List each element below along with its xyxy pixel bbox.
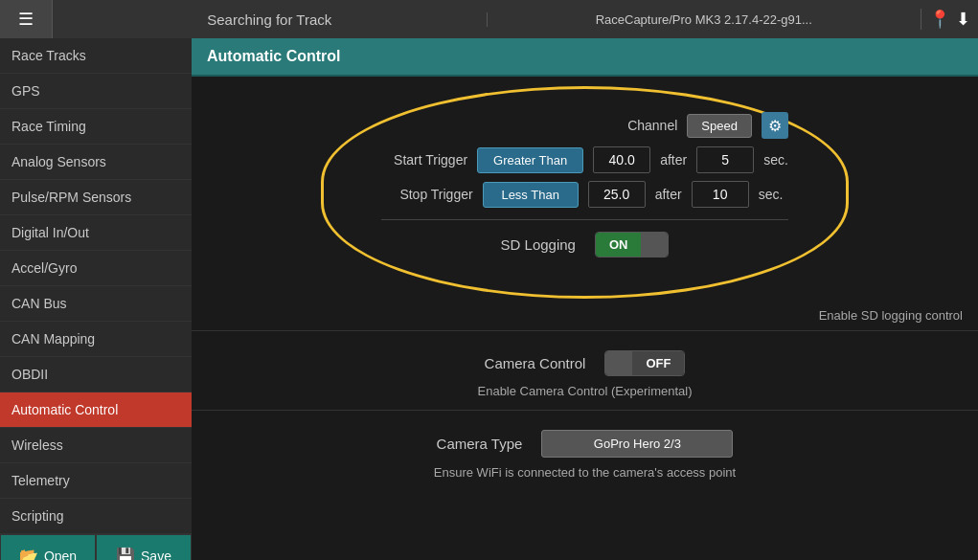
sd-logging-enable-text: Enable SD logging control (192, 308, 978, 323)
location-icon[interactable]: 📍 (929, 9, 950, 30)
stop-trigger-after-input[interactable] (692, 181, 749, 208)
start-trigger-label: Start Trigger (381, 152, 467, 168)
start-trigger-type-button[interactable]: Greater Than (477, 147, 583, 173)
stop-trigger-type-button[interactable]: Less Than (483, 182, 579, 208)
gear-icon: ⚙ (768, 117, 782, 135)
open-icon: 📂 (19, 547, 38, 560)
camera-control-toggle[interactable]: OFF (604, 350, 685, 376)
sd-logging-off[interactable] (641, 233, 668, 257)
sidebar: Race Tracks GPS Race Timing Analog Senso… (0, 38, 192, 560)
oval-highlight: Channel Speed ⚙ Start Trigger Greater Th… (321, 86, 849, 299)
automatic-control-panel: Channel Speed ⚙ Start Trigger Greater Th… (192, 77, 978, 510)
header-icons: 📍 ⬇ (921, 9, 978, 30)
camera-type-button[interactable]: GoPro Hero 2/3 (541, 430, 733, 458)
sidebar-item-analog-sensors[interactable]: Analog Sensors (0, 145, 192, 180)
download-icon[interactable]: ⬇ (956, 9, 970, 30)
sidebar-bottom-buttons: 📂 Open 💾 Save ⬆ Read ⬇ Write (0, 534, 192, 560)
stop-trigger-row: Stop Trigger Less Than after sec. (381, 181, 788, 208)
stop-trigger-after-label: after (655, 187, 682, 202)
camera-control-section: Camera Control OFF Enable Camera Control… (192, 330, 978, 410)
camera-control-on[interactable] (605, 351, 632, 375)
save-button[interactable]: 💾 Save (96, 534, 192, 560)
sidebar-item-automatic-control[interactable]: Automatic Control (0, 392, 192, 428)
sd-logging-row: SD Logging ON (381, 232, 788, 258)
sidebar-item-race-tracks[interactable]: Race Tracks (0, 38, 192, 74)
stop-trigger-label: Stop Trigger (387, 187, 473, 202)
gear-button[interactable]: ⚙ (762, 112, 788, 139)
sidebar-item-gps[interactable]: GPS (0, 74, 192, 109)
channel-label: Channel (627, 118, 677, 133)
sd-logging-on[interactable]: ON (596, 233, 642, 257)
camera-control-note: Enable Camera Control (Experimental) (207, 384, 963, 398)
camera-type-note: Ensure WiFi is connected to the camera's… (207, 465, 963, 480)
speed-button[interactable]: Speed (687, 114, 752, 138)
search-status: Searching for Track (53, 11, 487, 28)
sidebar-item-accel-gyro[interactable]: Accel/Gyro (0, 251, 192, 286)
camera-type-row: Camera Type GoPro Hero 2/3 (207, 430, 963, 458)
divider (381, 219, 788, 220)
start-trigger-after-label: after (660, 152, 687, 168)
start-trigger-after-input[interactable] (696, 146, 754, 173)
sidebar-item-wireless[interactable]: Wireless (0, 428, 192, 463)
header: ☰ Searching for Track RaceCapture/Pro MK… (0, 0, 978, 38)
main-content: Automatic Control Channel Speed ⚙ Star (192, 38, 978, 560)
sidebar-item-can-mapping[interactable]: CAN Mapping (0, 322, 192, 357)
open-button[interactable]: 📂 Open (0, 534, 96, 560)
sidebar-item-scripting[interactable]: Scripting (0, 499, 192, 534)
save-icon: 💾 (116, 547, 135, 560)
camera-control-off[interactable]: OFF (632, 351, 684, 375)
sidebar-item-pulse-rpm-sensors[interactable]: Pulse/RPM Sensors (0, 180, 192, 215)
sidebar-item-digital-in-out[interactable]: Digital In/Out (0, 215, 192, 251)
sidebar-item-race-timing[interactable]: Race Timing (0, 109, 192, 145)
stop-trigger-sec-label: sec. (759, 187, 784, 202)
stop-trigger-value-input[interactable] (588, 181, 646, 208)
start-trigger-sec-label: sec. (763, 152, 788, 168)
camera-type-section: Camera Type GoPro Hero 2/3 Ensure WiFi i… (192, 410, 978, 491)
sidebar-item-obdii[interactable]: OBDII (0, 357, 192, 392)
camera-type-label: Camera Type (437, 436, 523, 452)
menu-button[interactable]: ☰ (0, 0, 53, 38)
start-trigger-row: Start Trigger Greater Than after sec. (381, 146, 788, 173)
sidebar-item-can-bus[interactable]: CAN Bus (0, 286, 192, 322)
camera-control-label: Camera Control (485, 355, 586, 371)
oval-wrapper: Channel Speed ⚙ Start Trigger Greater Th… (192, 77, 978, 308)
sd-logging-label: SD Logging (501, 236, 576, 253)
hamburger-icon: ☰ (18, 9, 34, 30)
body: Race Tracks GPS Race Timing Analog Senso… (0, 38, 978, 560)
sd-logging-toggle[interactable]: ON (595, 232, 670, 258)
camera-control-row: Camera Control OFF (207, 350, 963, 376)
sidebar-item-telemetry[interactable]: Telemetry (0, 463, 192, 499)
channel-row: Channel Speed ⚙ (381, 112, 788, 139)
start-trigger-value-input[interactable] (593, 146, 650, 173)
device-info: RaceCapture/Pro MK3 2.17.4-22-g91... (487, 12, 921, 27)
section-title: Automatic Control (192, 38, 978, 77)
